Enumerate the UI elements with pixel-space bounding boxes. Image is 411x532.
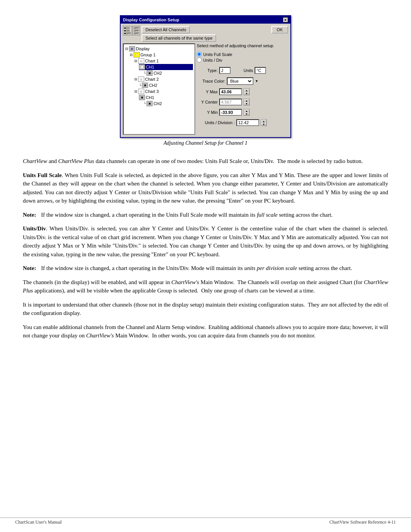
chartview-window-italic: ChartView's [86, 332, 114, 339]
footer-left: ChartScan User's Manual [15, 519, 62, 525]
radio-units-div-input[interactable] [197, 58, 202, 62]
units-full-scale-bold: Units Full Scale [23, 172, 62, 178]
intro-paragraph: ChartView and ChartView Plus data channe… [23, 157, 388, 166]
dialog-body: ■CH■ON■OFF OFFOFFOFF Deselect All Channe… [121, 24, 290, 137]
chartview-plus-italic: ChartView Plus [58, 158, 94, 164]
type-units-row: Type: Units [197, 67, 288, 74]
icon-btn-1[interactable]: ■CH■ON■OFF [123, 26, 132, 35]
display-icon: D [129, 46, 135, 51]
y-min-label: Y Min [197, 110, 218, 115]
tree-item-chart3[interactable]: ⊟ ▦ Chart 3 [134, 88, 193, 94]
footer: ChartScan User's Manual ChartView Softwa… [0, 518, 411, 525]
units-div-input[interactable]: 12.42 [236, 119, 259, 126]
note1-content: If the window size is changed, a chart o… [41, 211, 388, 219]
y-max-spinner[interactable]: ▲ ▼ [244, 88, 250, 95]
y-min-row: Y Min -33.93 ▲ ▼ [197, 109, 288, 116]
chartview-plus-main-italic: ChartView Plus [23, 279, 388, 294]
units-div-row: Units / Division : 12.42 ▲ ▼ [197, 119, 288, 126]
units-div-spinner[interactable]: ▲ ▼ [261, 119, 267, 126]
radio-units-full-scale-input[interactable] [197, 52, 202, 57]
chart2-icon: ▦ [138, 77, 144, 82]
y-min-spinner[interactable]: ▲ ▼ [244, 109, 250, 116]
units-input[interactable] [255, 67, 266, 74]
y-center-up[interactable]: ▲ [244, 99, 249, 102]
type-input[interactable] [219, 67, 231, 74]
y-max-label: Y Max [197, 89, 218, 94]
method-label: Select method of adjusting channel setup [197, 43, 288, 48]
units-div-paragraph: Units/Div. When Units/Div. is selected, … [23, 224, 388, 259]
units-label: Units [232, 68, 253, 73]
trace-color-row: Trace Color: Blue Red Green Yellow ▼ [197, 77, 288, 85]
note2-row: Note: If the window size is changed, a c… [23, 264, 388, 273]
radio-group: Units Full Scale Units / Div [197, 52, 288, 62]
note1-row: Note: If the window size is changed, a c… [23, 211, 388, 219]
trace-color-select[interactable]: Blue Red Green Yellow [227, 77, 253, 85]
dialog-container: Display Configuration Setup × ■CH■ON■OFF… [23, 15, 388, 154]
paragraph5: You can enable additional channels from … [23, 323, 388, 340]
trace-color-label: Trace Color: [197, 79, 225, 83]
radio-units-full-scale-label: Units Full Scale [203, 52, 232, 57]
note2-content: If the window size is changed, a chart o… [41, 264, 388, 273]
y-max-input[interactable]: 43.06 [219, 88, 242, 95]
ch2-chart1-icon: ▣ [147, 70, 153, 76]
icon-btn-2[interactable]: OFFOFFOFF [132, 26, 140, 35]
units-div-down[interactable]: ▼ [261, 123, 266, 126]
tree-item-ch1-chart3[interactable]: ▣ CH1 [139, 94, 193, 101]
units-div-label: Units / Division : [197, 120, 235, 125]
note1-label: Note: [23, 211, 38, 219]
chart3-icon: ▦ [138, 89, 144, 94]
icon-group: ■CH■ON■OFF OFFOFFOFF [123, 26, 140, 35]
y-center-spinner[interactable]: ▲ ▼ [244, 99, 250, 105]
tree-item-ch2-chart2[interactable]: └ ▣ CH2 [139, 82, 193, 88]
dialog-title: Display Configuration Setup [123, 18, 179, 22]
radio-units-div-label: Units / Div [203, 58, 222, 62]
y-min-down[interactable]: ▼ [244, 112, 249, 115]
deselect-all-button[interactable]: Deselect All Channels [142, 26, 190, 34]
paragraph3: The channels (in the display) will be en… [23, 278, 388, 295]
select-same-type-button[interactable]: Select all channels of the same type [142, 34, 216, 42]
settings-panel: Select method of adjusting channel setup… [197, 43, 288, 135]
tree-item-display[interactable]: ⊟ D Display [125, 46, 193, 52]
tree-item-chart2[interactable]: ⊟ ▦ Chart 2 [134, 76, 193, 82]
y-center-down[interactable]: ▼ [244, 102, 249, 105]
units-full-scale-paragraph: Units Full Scale. When Units Full Scale … [23, 171, 388, 205]
trace-color-dropdown-icon[interactable]: ▼ [255, 79, 258, 83]
y-max-down[interactable]: ▼ [244, 92, 249, 95]
channel-tree: ⊟ D Display ⊟ 📁 Group 1 [123, 43, 195, 135]
ch1-icon: ▣ [139, 64, 145, 70]
y-min-input[interactable]: -33.93 [219, 109, 242, 116]
radio-units-full-scale[interactable]: Units Full Scale [197, 52, 288, 57]
tree-item-ch1-selected[interactable]: ▣ CH1 [139, 64, 193, 70]
units-div-bold: Units/Div [23, 225, 46, 232]
type-label: Type: [197, 68, 218, 73]
y-max-up[interactable]: ▲ [244, 89, 249, 92]
y-center-row: Y Center 4.567 ▲ ▼ [197, 99, 288, 105]
y-center-input[interactable]: 4.567 [219, 99, 242, 105]
tree-item-ch2-chart3[interactable]: └ ▣ CH2 [143, 101, 193, 107]
group1-icon: 📁 [134, 52, 140, 58]
dialog-close-button[interactable]: × [283, 17, 288, 22]
ch1-chart3-icon: ▣ [139, 95, 145, 100]
tree-item-chart1[interactable]: ⊟ ▦ Chart 1 [134, 58, 193, 64]
paragraph4: It is important to understand that other… [23, 300, 388, 318]
dialog-titlebar: Display Configuration Setup × [121, 16, 290, 24]
y-min-up[interactable]: ▲ [244, 109, 249, 112]
dialog-window: Display Configuration Setup × ■CH■ON■OFF… [120, 15, 291, 138]
y-center-label: Y Center [197, 100, 218, 104]
ok-button[interactable]: OK [271, 26, 288, 34]
units-div-up[interactable]: ▲ [261, 120, 266, 123]
y-max-row: Y Max 43.06 ▲ ▼ [197, 88, 288, 95]
chartview-italic: ChartView [23, 158, 47, 164]
chart1-icon: ▦ [138, 58, 144, 64]
dialog-caption: Adjusting Channel Setup for Channel 1 [164, 140, 248, 146]
radio-units-div[interactable]: Units / Div [197, 58, 288, 62]
full-scale-italic: full scale [257, 212, 278, 218]
chartview-main-italic: ChartView's [171, 279, 199, 285]
note2-label: Note: [23, 264, 38, 273]
main-content: ChartView and ChartView Plus data channe… [23, 157, 388, 340]
tree-item-group1[interactable]: ⊟ 📁 Group 1 [130, 52, 193, 58]
ch2-chart2-icon: ▣ [142, 83, 148, 88]
tree-item-ch2-chart1[interactable]: └ ▣ CH2 [143, 70, 193, 76]
chart3-label: Chart 3 [145, 89, 159, 94]
ch2-chart3-icon: ▣ [147, 101, 153, 106]
